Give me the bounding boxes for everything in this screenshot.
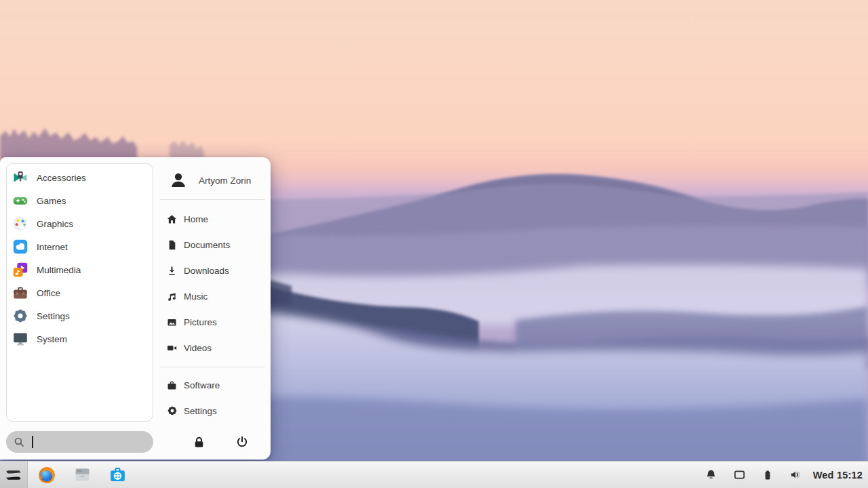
category-label: Internet <box>37 242 68 252</box>
category-multimedia[interactable]: Multimedia <box>7 258 153 281</box>
software-item[interactable]: Software <box>160 372 267 398</box>
internet-icon <box>12 238 29 256</box>
display-settings-button[interactable] <box>733 468 746 481</box>
place-documents[interactable]: Documents <box>160 232 267 258</box>
office-icon <box>12 284 29 302</box>
category-system[interactable]: System <box>7 327 153 350</box>
place-music[interactable]: Music <box>160 283 267 309</box>
bell-icon <box>705 468 717 481</box>
lock-icon <box>192 435 206 449</box>
notifications-button[interactable] <box>705 468 717 481</box>
category-label: Accessories <box>37 173 86 183</box>
category-settings[interactable]: Settings <box>7 304 153 327</box>
video-icon <box>166 342 178 354</box>
taskbar: Wed 15:12 <box>0 461 868 488</box>
separator <box>160 367 265 367</box>
category-label: Graphics <box>37 219 73 229</box>
system-items-list: Software Settings <box>160 372 267 424</box>
system-tray <box>705 468 802 481</box>
separator <box>160 199 265 200</box>
category-graphics[interactable]: Graphics <box>7 212 153 235</box>
search-input[interactable] <box>6 431 153 453</box>
category-internet[interactable]: Internet <box>7 235 153 258</box>
category-label: Multimedia <box>37 265 81 275</box>
zorin-logo-icon <box>3 465 24 485</box>
places-list: Home Documents <box>160 206 267 361</box>
category-label: System <box>37 334 67 344</box>
place-downloads[interactable]: Downloads <box>160 258 267 283</box>
software-launcher[interactable] <box>104 462 131 488</box>
category-label: Office <box>37 288 60 298</box>
multimedia-icon <box>12 261 29 279</box>
desktop: Accessories Games <box>0 0 868 488</box>
place-label: Music <box>184 291 208 302</box>
briefcase-icon <box>166 380 178 391</box>
menu-right-panel: Artyom Zorin Home <box>160 157 267 460</box>
volume-icon <box>789 468 802 481</box>
system-icon <box>12 330 29 348</box>
files-launcher[interactable] <box>68 462 96 488</box>
clock[interactable]: Wed 15:12 <box>813 470 863 481</box>
category-panel: Accessories Games <box>6 163 153 422</box>
user-name: Artyom Zorin <box>199 176 251 186</box>
category-games[interactable]: Games <box>7 189 153 212</box>
settings-item[interactable]: Settings <box>160 398 267 424</box>
place-label: Home <box>184 214 208 224</box>
taskbar-apps <box>33 462 131 488</box>
software-store-icon <box>108 466 127 484</box>
system-item-label: Software <box>184 380 220 390</box>
power-icon <box>235 435 249 449</box>
power-button[interactable] <box>234 434 250 450</box>
picture-icon <box>166 317 178 328</box>
display-icon <box>733 468 746 481</box>
category-label: Settings <box>37 311 70 321</box>
category-accessories[interactable]: Accessories <box>7 166 153 189</box>
accessories-icon <box>12 169 29 186</box>
avatar <box>169 171 188 190</box>
music-icon <box>166 291 178 302</box>
category-label: Games <box>37 196 66 206</box>
category-office[interactable]: Office <box>7 281 153 304</box>
download-icon <box>166 265 178 277</box>
document-icon <box>166 239 178 251</box>
user-account[interactable]: Artyom Zorin <box>165 168 251 192</box>
place-home[interactable]: Home <box>160 206 267 232</box>
file-manager-icon <box>73 466 92 484</box>
gear-icon <box>166 405 178 417</box>
firefox-launcher[interactable] <box>33 462 60 488</box>
battery-button[interactable] <box>762 469 774 481</box>
firefox-icon <box>37 466 56 485</box>
settings-category-icon <box>12 307 29 325</box>
volume-button[interactable] <box>789 468 802 481</box>
battery-icon <box>762 469 774 481</box>
games-icon <box>12 192 29 209</box>
lock-screen-button[interactable] <box>191 434 207 450</box>
place-label: Videos <box>184 343 212 353</box>
text-caret <box>32 436 33 448</box>
home-icon <box>166 214 178 225</box>
place-videos[interactable]: Videos <box>160 335 267 361</box>
system-item-label: Settings <box>184 406 217 416</box>
graphics-icon <box>12 215 29 232</box>
zorin-app-menu: Accessories Games <box>0 157 271 460</box>
place-label: Documents <box>184 240 230 250</box>
search-icon <box>13 436 26 449</box>
place-label: Downloads <box>184 266 229 276</box>
place-pictures[interactable]: Pictures <box>160 309 267 335</box>
zorin-menu-button[interactable] <box>0 462 28 488</box>
place-label: Pictures <box>184 317 217 327</box>
